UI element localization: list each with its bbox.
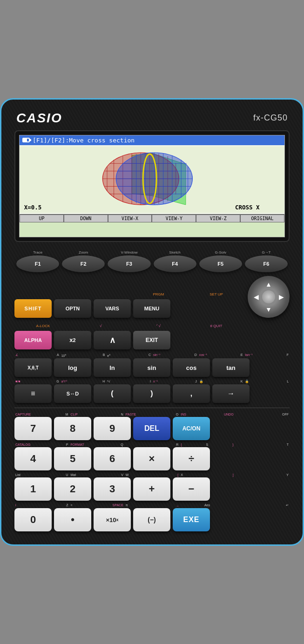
fkey-group-f1: Trace F1 (16, 250, 59, 272)
calculator-screen: [F1]/[F2]:Move cross section (19, 135, 285, 237)
ln-button[interactable]: ln (94, 358, 131, 377)
f4-button[interactable]: F4 (154, 255, 196, 272)
screen-header-text: [F1]/[F2]:Move cross section (33, 137, 135, 144)
screen-nav-buttons[interactable]: UP DOWN VIEW-X VIEW-Y VIEW-Z ORIGINAL (20, 214, 284, 222)
dpad-center[interactable] (262, 290, 275, 303)
dpad-down[interactable]: ▼ (264, 305, 273, 314)
fkey-group-f3: V-Window F3 (108, 250, 150, 272)
battery-icon (22, 138, 30, 142)
power-sublabel: ʳ √ (156, 324, 161, 328)
dpad-left[interactable]: ◀ (251, 292, 261, 302)
f3-button[interactable]: F3 (108, 255, 150, 272)
dpad-up[interactable]: ▲ (264, 280, 273, 289)
screen-btn-original[interactable]: ORIGINAL (240, 215, 284, 222)
f1-button[interactable]: F1 (16, 255, 59, 272)
main-keys-area: PRGM SET UP SHIFT OPTN VARS MENU ▲ ▼ ◀ ▶ (14, 273, 290, 531)
dpad-right[interactable]: ▶ (277, 292, 286, 302)
vars-sublabel: PRGM (153, 292, 164, 296)
divider (14, 408, 290, 408)
f2-sublabel: Zoom (79, 250, 88, 255)
shift-button[interactable]: SHIFT (14, 299, 52, 318)
f6-button[interactable]: F6 (245, 255, 288, 272)
key-0[interactable]: 0 (14, 508, 52, 531)
acon-button[interactable]: AC/ON (173, 417, 210, 440)
power-button[interactable]: ∧ (94, 331, 131, 349)
key-1[interactable]: 1 (14, 477, 52, 501)
minus-button[interactable]: − (173, 477, 210, 501)
screen-btn-up[interactable]: UP (20, 215, 64, 222)
x2-button[interactable]: x2 (54, 331, 91, 349)
key-7[interactable]: 7 (14, 417, 52, 440)
exit-button[interactable]: EXIT (133, 331, 170, 349)
exe-button[interactable]: EXE (173, 508, 210, 531)
f6-sublabel: G→T (262, 250, 270, 255)
fraction-button[interactable]: ≡ (14, 384, 52, 403)
calculator-body: CASIO fx-CG50 [F1]/[F2]:Move cross secti… (0, 98, 304, 546)
divide-button[interactable]: ÷ (173, 447, 210, 470)
exp-button[interactable]: ×10x (94, 508, 131, 531)
plus-button[interactable]: + (133, 477, 170, 501)
comma-button[interactable]: , (173, 384, 210, 403)
f2-button[interactable]: F2 (62, 255, 105, 272)
fkey-row: Trace F1 Zoom F2 V-Window F3 Sketch F4 G… (14, 250, 290, 272)
key-4[interactable]: 4 (14, 447, 52, 470)
dpad-container[interactable]: ▲ ▼ ◀ ▶ (248, 276, 290, 318)
directional-pad[interactable]: ▲ ▼ ◀ ▶ (248, 276, 290, 318)
neg-button[interactable]: (−) (133, 508, 170, 531)
vars-button[interactable]: VARS (94, 299, 131, 318)
key-6[interactable]: 6 (94, 447, 131, 470)
screen-btn-viewy[interactable]: VIEW-Y (152, 215, 196, 222)
screen-header-bar: [F1]/[F2]:Move cross section (20, 135, 284, 145)
alpha-button[interactable]: ALPHA (14, 331, 52, 349)
f5-button[interactable]: F5 (199, 255, 242, 272)
calculator-header: CASIO fx-CG50 (14, 108, 290, 130)
key-9[interactable]: 9 (94, 417, 131, 440)
menu-sublabel: SET UP (209, 292, 223, 296)
log-button[interactable]: log (54, 358, 91, 377)
std-button[interactable]: S↔D (54, 384, 91, 403)
key-8[interactable]: 8 (54, 417, 91, 440)
tan-button[interactable]: tan (212, 358, 250, 377)
exit-sublabel2: θ QUIT (210, 324, 223, 328)
alpha-sublabel: A-LOCK (36, 324, 50, 328)
x2-sublabel: √ (100, 324, 101, 328)
fkey-group-f2: Zoom F2 (62, 250, 105, 272)
svg-text:CROSS X: CROSS X (235, 203, 260, 210)
xthetat-button[interactable]: X,θ,T (14, 358, 52, 377)
graph-svg: X=0.5 CROSS X (20, 145, 284, 214)
multiply-button[interactable]: × (133, 447, 170, 470)
lparen-button[interactable]: ( (94, 384, 131, 403)
rparen-button[interactable]: ) (133, 384, 170, 403)
model-label: fx-CG50 (253, 113, 288, 123)
fkey-group-f5: G-Solv F5 (199, 250, 242, 272)
svg-text:X=0.5: X=0.5 (24, 203, 42, 210)
screen-graph: X=0.5 CROSS X (20, 145, 284, 214)
key-2[interactable]: 2 (54, 477, 91, 501)
sin-button[interactable]: sin (133, 358, 170, 377)
f3-sublabel: V-Window (121, 250, 137, 255)
del-button[interactable]: DEL (133, 417, 170, 440)
screen-btn-down[interactable]: DOWN (64, 215, 108, 222)
fkey-group-f4: Sketch F4 (154, 250, 196, 272)
brand-logo: CASIO (16, 111, 62, 126)
menu-button[interactable]: MENU (133, 299, 170, 318)
screen-btn-viewx[interactable]: VIEW-X (108, 215, 152, 222)
cos-button[interactable]: cos (173, 358, 210, 377)
key-3[interactable]: 3 (94, 477, 131, 501)
f5-sublabel: G-Solv (215, 250, 226, 255)
optn-button[interactable]: OPTN (54, 299, 91, 318)
decimal-button[interactable]: • (54, 508, 91, 531)
f1-sublabel: Trace (33, 250, 42, 255)
key-5[interactable]: 5 (54, 447, 91, 470)
fkey-group-f6: G→T F6 (245, 250, 288, 272)
screen-btn-viewz[interactable]: VIEW-Z (196, 215, 240, 222)
screen-container: [F1]/[F2]:Move cross section (14, 130, 290, 242)
f4-sublabel: Sketch (169, 250, 180, 255)
arrow-button[interactable]: → (212, 384, 250, 403)
